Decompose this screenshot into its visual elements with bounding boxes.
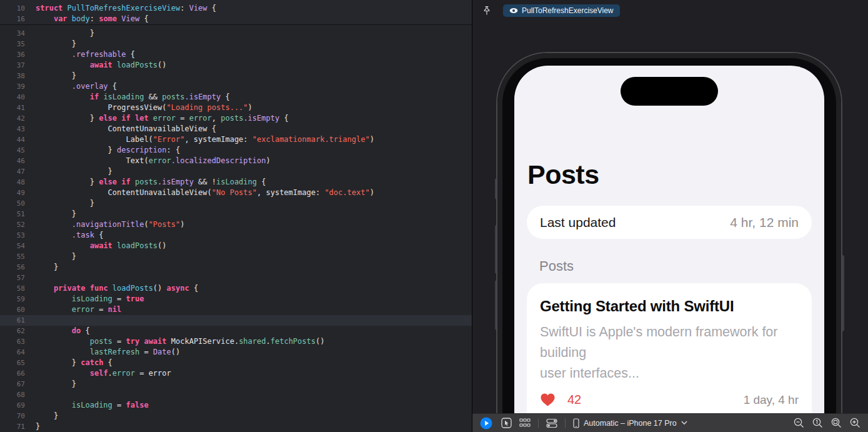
code-line[interactable]: 40 if isLoading && posts.isEmpty { [0, 92, 472, 103]
code-line[interactable]: 50 } [0, 198, 472, 209]
line-number[interactable]: 60 [0, 304, 25, 315]
code-line[interactable]: 47 } [0, 166, 472, 177]
code-line[interactable]: 71} [0, 421, 472, 432]
code-line[interactable]: 35 } [0, 39, 472, 49]
code-line[interactable]: 66 self.error = error [0, 368, 472, 379]
line-number[interactable]: 57 [0, 273, 25, 283]
line-number[interactable]: 40 [0, 92, 25, 103]
code-line[interactable]: 67 } [0, 379, 472, 389]
line-number[interactable]: 42 [0, 113, 25, 124]
zoom-out-button[interactable] [794, 418, 804, 428]
line-number[interactable]: 56 [0, 262, 25, 273]
code-line[interactable]: 38 } [0, 71, 472, 81]
code-line[interactable]: 51 } [0, 209, 472, 219]
code-line[interactable]: 46 Text(error.localizedDescription) [0, 156, 472, 166]
device-picker[interactable]: Automatic – iPhone 17 Pro [573, 418, 687, 428]
code-line[interactable]: 61 [0, 315, 472, 326]
code-line[interactable]: 37 await loadPosts() [0, 60, 472, 71]
line-number[interactable]: 38 [0, 71, 25, 81]
line-number[interactable]: 47 [0, 166, 25, 177]
line-number[interactable]: 44 [0, 134, 25, 145]
line-number[interactable]: 45 [0, 145, 25, 156]
code-line[interactable]: 62 do { [0, 326, 472, 336]
line-number[interactable]: 10 [0, 3, 25, 14]
code-editor[interactable]: 10struct PullToRefreshExerciseView: View… [0, 0, 472, 432]
code-line[interactable]: 54 await loadPosts() [0, 241, 472, 251]
line-number[interactable]: 71 [0, 421, 25, 432]
line-number[interactable]: 62 [0, 326, 25, 336]
line-number[interactable]: 65 [0, 358, 25, 368]
line-number[interactable]: 46 [0, 156, 25, 166]
line-number[interactable]: 36 [0, 49, 25, 60]
code-line[interactable]: 52 .navigationTitle("Posts") [0, 219, 472, 230]
code-line[interactable]: 36 .refreshable { [0, 49, 472, 60]
code-line[interactable]: 57 [0, 273, 472, 283]
line-number[interactable]: 59 [0, 294, 25, 304]
line-number[interactable]: 34 [0, 28, 25, 39]
zoom-100-button[interactable] [812, 418, 823, 428]
code-line[interactable]: 39 .overlay { [0, 81, 472, 92]
code-line[interactable]: 44 Label("Error", systemImage: "exclamat… [0, 134, 472, 145]
code-line[interactable]: 69 isLoading = false [0, 400, 472, 411]
line-number[interactable]: 66 [0, 368, 25, 379]
line-number[interactable]: 58 [0, 283, 25, 294]
line-number[interactable]: 61 [0, 315, 25, 326]
preview-canvas-topbar: PullToRefreshExerciseView [472, 0, 868, 20]
line-number[interactable]: 67 [0, 379, 25, 389]
code-line[interactable]: 65 } catch { [0, 358, 472, 368]
last-updated-card[interactable]: Last updated 4 hr, 12 min [527, 206, 812, 239]
code-line[interactable]: 56 } [0, 262, 472, 273]
line-number[interactable]: 48 [0, 177, 25, 188]
play-button[interactable] [480, 417, 492, 429]
code-line[interactable]: 60 error = nil [0, 304, 472, 315]
device-settings-button[interactable] [546, 418, 557, 428]
select-mode-button[interactable] [501, 418, 512, 428]
code-line[interactable]: 45 } description: { [0, 145, 472, 156]
line-number[interactable]: 53 [0, 230, 25, 241]
code-line[interactable]: 48 } else if posts.isEmpty && !isLoading… [0, 177, 472, 188]
line-number[interactable]: 68 [0, 389, 25, 400]
zoom-in-button[interactable] [850, 418, 861, 428]
line-number[interactable]: 70 [0, 411, 25, 421]
line-number[interactable]: 51 [0, 209, 25, 219]
iphone-screen[interactable]: Posts Last updated 4 hr, 12 min Posts Ge… [514, 66, 824, 432]
code-line[interactable]: 42 } else if let error = error, posts.is… [0, 113, 472, 124]
code-line[interactable]: 64 lastRefresh = Date() [0, 347, 472, 358]
line-number[interactable]: 39 [0, 81, 25, 92]
line-number[interactable]: 37 [0, 60, 25, 71]
code-line[interactable]: 34 } [0, 28, 472, 39]
line-number[interactable]: 69 [0, 400, 25, 411]
code-line[interactable]: 70 } [0, 411, 472, 421]
heart-icon[interactable] [540, 393, 556, 407]
variants-button[interactable] [519, 418, 531, 428]
code-line[interactable]: 68 [0, 389, 472, 400]
line-number[interactable]: 55 [0, 251, 25, 262]
xcode-window: { "editor": { "sticky_lines": [ {"n":"10… [0, 0, 868, 432]
line-number[interactable]: 49 [0, 188, 25, 198]
post-title: Getting Started with SwiftUI [540, 298, 799, 315]
line-number[interactable]: 52 [0, 219, 25, 230]
line-number[interactable]: 41 [0, 103, 25, 113]
line-number[interactable]: 43 [0, 124, 25, 134]
line-number[interactable]: 63 [0, 336, 25, 347]
preview-tab[interactable]: PullToRefreshExerciseView [503, 4, 620, 17]
code-line[interactable]: 16 var body: some View { [0, 14, 472, 24]
code-line[interactable]: 59 isLoading = true [0, 294, 472, 304]
code-line[interactable]: 58 private func loadPosts() async { [0, 283, 472, 294]
line-number[interactable]: 54 [0, 241, 25, 251]
line-number[interactable]: 35 [0, 39, 25, 49]
code-line[interactable]: 49 ContentUnavailableView("No Posts", sy… [0, 188, 472, 198]
line-number[interactable]: 50 [0, 198, 25, 209]
line-number[interactable]: 16 [0, 14, 25, 24]
post-description: SwiftUI is Apple's modern framework for … [540, 322, 799, 384]
pin-icon[interactable] [481, 4, 493, 17]
code-line[interactable]: 55 } [0, 251, 472, 262]
code-line[interactable]: 41 ProgressView("Loading posts...") [0, 103, 472, 113]
code-line[interactable]: 53 .task { [0, 230, 472, 241]
zoom-fit-button[interactable] [831, 418, 842, 428]
post-card[interactable]: Getting Started with SwiftUI SwiftUI is … [527, 283, 812, 432]
line-number[interactable]: 64 [0, 347, 25, 358]
code-line[interactable]: 63 posts = try await MockAPIService.shar… [0, 336, 472, 347]
code-line[interactable]: 10struct PullToRefreshExerciseView: View… [0, 3, 472, 14]
code-line[interactable]: 43 ContentUnavailableView { [0, 124, 472, 134]
